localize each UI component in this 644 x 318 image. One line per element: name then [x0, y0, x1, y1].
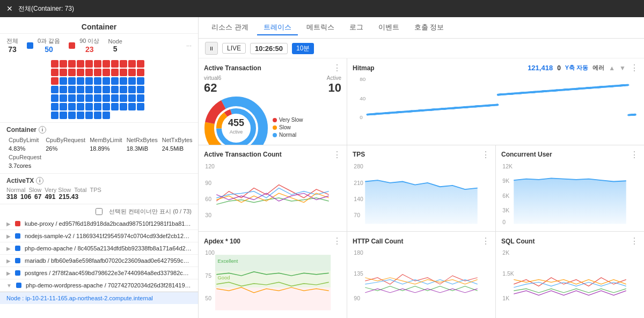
grid-cell [85, 103, 93, 110]
select-all-checkbox[interactable] [96, 208, 103, 215]
info-icon[interactable]: i [39, 126, 46, 134]
grid-cell [120, 69, 127, 76]
svg-text:75: 75 [205, 272, 211, 279]
hitmap-down-icon[interactable]: ▼ [619, 64, 626, 72]
grid-cell [111, 94, 119, 102]
grid-cell [137, 94, 144, 102]
grid-cell [77, 94, 84, 102]
apdex-card: Apdex * 100 ⋮ 100 75 50 Excellent [199, 232, 347, 318]
svg-text:6K: 6K [502, 192, 510, 198]
list-item-text-5: php-demo-wordpress-apache / 702742702034… [26, 282, 192, 289]
http-menu[interactable]: ⋮ [481, 236, 490, 246]
svg-point-810 [418, 110, 420, 112]
svg-point-804 [619, 85, 621, 87]
grid-cell [51, 86, 58, 93]
duration-badge[interactable]: 10분 [292, 43, 314, 54]
svg-point-795 [384, 112, 386, 114]
hitmap-area: 80 40 0 10:17 10:18 10:19 10:20 10:21 10… [353, 75, 639, 140]
svg-marker-820 [365, 180, 477, 224]
activetx-info-icon[interactable]: i [36, 177, 43, 184]
tab-metrics[interactable]: 메트릭스 [300, 20, 341, 35]
grid-cell [103, 86, 110, 93]
charts-grid: Active Transaction ⋮ virtual6 62 Active … [199, 58, 644, 318]
red-badge [69, 42, 75, 49]
svg-text:70: 70 [354, 212, 360, 218]
grid-cell [103, 60, 110, 68]
grid-cell [60, 60, 67, 68]
apdex-menu[interactable]: ⋮ [333, 236, 341, 246]
grid-cell [68, 77, 76, 85]
svg-point-793 [630, 114, 632, 116]
list-item-text-2: php-demo-apache / 8c4055a2134dfd5bb92338… [25, 245, 192, 252]
slow-legend-dot [273, 125, 277, 130]
list-item[interactable]: ▶ php-demo-apache / 8c4055a2134dfd5bb923… [0, 242, 198, 255]
donut-chart: 455 Active [204, 96, 268, 145]
grid-cell [68, 94, 76, 102]
high-stat: 90 이상 23 [69, 37, 99, 54]
grid-cell [85, 60, 93, 68]
atc-menu[interactable]: ⋮ [333, 150, 341, 160]
main-layout: Container 전체 73 0과 같음 50 90 이상 23 [0, 17, 644, 318]
svg-point-806 [373, 113, 375, 115]
list-item[interactable]: ▶ kube-proxy / ed957f6d18d918da2bcaad987… [0, 218, 198, 230]
hitmap-card: Hitmap 121,418 0 Y축 자동 에러 ▲ ▼ ⋮ 80 [347, 58, 644, 145]
grid-cell [51, 112, 58, 119]
grid-cell [68, 112, 76, 119]
grid-cell [51, 77, 58, 85]
list-item[interactable]: ▼ php-demo-wordpress-apache / 7027427020… [0, 279, 198, 292]
cu-menu[interactable]: ⋮ [630, 150, 639, 160]
y-auto-btn[interactable]: Y축 자동 [565, 64, 588, 72]
svg-text:Excellent: Excellent [218, 258, 238, 264]
grid-cell [94, 112, 101, 119]
svg-text:1.5K: 1.5K [502, 270, 514, 277]
svg-text:3K: 3K [502, 206, 510, 213]
grid-cell [68, 69, 76, 76]
svg-text:100: 100 [205, 249, 215, 256]
list-item-text-0: kube-proxy / ed957f6d18d918da2bcaad98751… [25, 220, 192, 227]
svg-text:2K: 2K [502, 249, 510, 256]
hitmap-menu[interactable]: ⋮ [630, 63, 639, 73]
svg-text:90: 90 [205, 179, 211, 186]
grid-cell [77, 77, 84, 85]
grid-cell [120, 94, 127, 102]
tab-resources[interactable]: 리소스 관계 [205, 20, 255, 35]
close-icon[interactable]: ✕ [6, 4, 13, 13]
list-item-arrow-4: ▶ [6, 270, 11, 276]
more-icon[interactable]: ··· [186, 42, 192, 49]
tab-call-info[interactable]: 호출 정보 [408, 20, 451, 35]
atc-card: Active Transaction Count ⋮ 120 90 60 30 [199, 145, 347, 232]
sql-menu[interactable]: ⋮ [630, 236, 639, 246]
list-item[interactable]: ▶ nodejs-sample-v2 / 11869341f29545974c0… [0, 230, 198, 242]
hitmap-up-icon[interactable]: ▲ [609, 64, 615, 72]
live-badge: LIVE [222, 43, 246, 54]
atc-area: 120 90 60 30 10:18 10:20 10: [204, 162, 341, 227]
container-metrics: Container i CpuByLimit CpuByRequest MemB… [0, 122, 198, 173]
grid-cell [94, 94, 101, 102]
list-item[interactable]: ▶ postgres / 2f78f2aac459bd798622e3e7440… [0, 267, 198, 279]
pause-button[interactable]: ⏸ [205, 42, 218, 55]
svg-point-805 [496, 104, 498, 106]
grid-cell [128, 103, 136, 110]
sql-area: 2K 1.5K 1K 10:18 10:20 10:22 [501, 248, 639, 314]
list-item[interactable]: ▶ mariadb / bfb60e9a6e598faafb07020c2360… [0, 255, 198, 267]
time-display: 10:26:50 [250, 43, 288, 54]
tab-logs[interactable]: 로그 [343, 20, 370, 35]
svg-text:40: 40 [360, 96, 365, 101]
grid-cell [137, 86, 144, 93]
list-item-text-4: postgres / 2f78f2aac459bd798622e3e744098… [25, 270, 192, 276]
svg-text:Active: Active [230, 129, 243, 135]
container-list: 선택된 컨테이너만 표시 (0 / 73) ▶ kube-proxy / ed9… [0, 204, 198, 292]
svg-text:180: 180 [354, 249, 363, 256]
grid-cell [51, 60, 58, 68]
tps-menu[interactable]: ⋮ [481, 150, 490, 160]
grid-cell [68, 103, 76, 110]
grid-cell [77, 86, 84, 93]
tab-events[interactable]: 이벤트 [372, 20, 406, 35]
grid-cell [128, 69, 136, 76]
grid-cell [94, 86, 101, 93]
active-tx-menu[interactable]: ⋮ [333, 63, 341, 73]
svg-text:280: 280 [354, 163, 363, 169]
active-tx-section: ActiveTX i Normal Slow Very Slow Total T… [0, 173, 198, 204]
grid-cell [120, 86, 127, 93]
tab-traces[interactable]: 트레이스 [257, 20, 298, 35]
